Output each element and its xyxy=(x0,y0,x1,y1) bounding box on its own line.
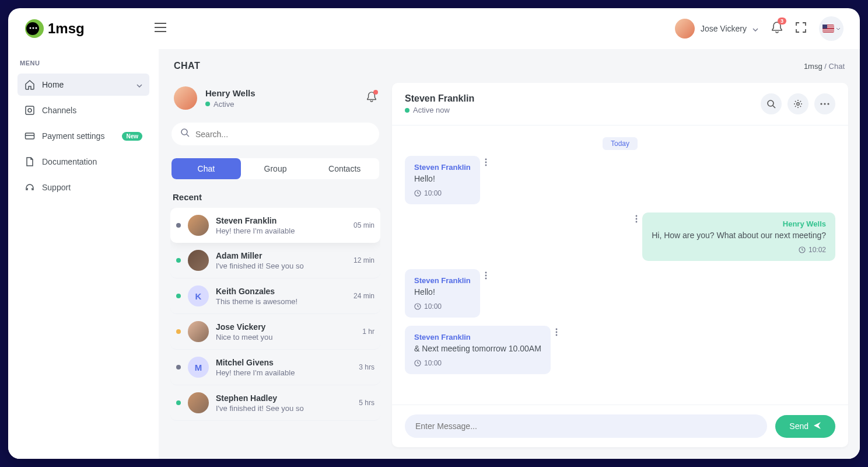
conversation-name: Stephen Hadley xyxy=(216,393,352,403)
svg-point-23 xyxy=(485,272,487,274)
svg-point-27 xyxy=(555,329,557,330)
chat-settings-button[interactable] xyxy=(788,93,808,114)
svg-point-12 xyxy=(824,103,825,104)
avatar xyxy=(188,321,209,342)
conversation-item[interactable]: Stephen HadleyI've finished it! See you … xyxy=(170,385,380,421)
message-menu-button[interactable] xyxy=(485,156,487,169)
cog-icon xyxy=(24,105,35,116)
conversation-time: 3 hrs xyxy=(359,363,374,371)
svg-point-18 xyxy=(636,215,638,217)
conversation-time: 5 hrs xyxy=(359,399,374,407)
conversation-item[interactable]: KKeith GonzalesThis theme is awesome!24 … xyxy=(170,278,380,314)
svg-point-15 xyxy=(485,159,487,161)
recent-label: Recent xyxy=(170,187,380,208)
headset-icon xyxy=(24,182,35,193)
status-dot-icon xyxy=(176,223,181,228)
conversation-preview: This theme is awesome! xyxy=(216,297,346,306)
chat-notifications-button[interactable] xyxy=(366,91,377,105)
status-dot-icon xyxy=(176,258,181,263)
conversation-item[interactable]: Jose VickeryNice to meet you1 hr xyxy=(170,314,380,350)
notifications-button[interactable]: 3 xyxy=(771,21,783,36)
message-text: Hello! xyxy=(414,174,471,183)
search-input[interactable] xyxy=(195,130,370,139)
conversation-item[interactable]: Adam MillerI've finished it! See you so1… xyxy=(170,243,380,278)
brand-logo[interactable]: 1msg xyxy=(24,19,85,39)
body: MENU HomeChannelsPayment settingsNewDocu… xyxy=(8,49,860,459)
sidebar-item-documentation[interactable]: Documentation xyxy=(18,151,149,173)
message-sender: Henry Wells xyxy=(652,219,826,228)
message-text: & Next meeting tomorrow 10.00AM xyxy=(414,344,541,353)
sidebar-item-payment-settings[interactable]: Payment settingsNew xyxy=(18,125,149,147)
current-user-status: Active xyxy=(205,100,256,109)
svg-point-9 xyxy=(768,100,774,106)
message-menu-button[interactable] xyxy=(555,326,558,339)
conversation-item[interactable]: MMitchel GivensHey! there I'm available3… xyxy=(170,350,380,385)
avatar xyxy=(188,392,209,413)
conversation-item[interactable]: Steven FranklinHey! there I'm available0… xyxy=(170,208,380,243)
svg-point-6 xyxy=(28,109,32,112)
chevron-down-icon xyxy=(752,23,758,34)
svg-point-11 xyxy=(820,103,822,104)
clock-icon xyxy=(414,303,421,310)
message-list[interactable]: Today Steven FranklinHello!10:00Henry We… xyxy=(392,126,848,405)
send-button[interactable]: Send xyxy=(775,415,835,438)
chat-actions xyxy=(761,93,835,114)
chat-panel: Steven Franklin Active now Today Steven … xyxy=(392,83,848,447)
svg-point-13 xyxy=(827,103,829,104)
svg-point-3 xyxy=(33,27,34,29)
search-box[interactable] xyxy=(172,123,379,145)
page-title: CHAT xyxy=(174,61,200,71)
conversation-preview: I've finished it! See you so xyxy=(216,262,346,270)
topbar-left: 1msg xyxy=(24,19,166,39)
topbar: 1msg Jose Vickery 3 xyxy=(8,8,860,49)
chevron-down-icon xyxy=(836,27,841,30)
clock-icon xyxy=(799,246,806,253)
logo-mark-icon xyxy=(24,19,44,39)
message-time: 10:00 xyxy=(414,359,541,367)
tab-group[interactable]: Group xyxy=(241,158,310,179)
breadcrumb-leaf: Chat xyxy=(829,62,845,71)
message-time: 10:02 xyxy=(652,246,826,254)
day-divider: Today xyxy=(405,131,835,156)
content: CHAT 1msg / Chat Henry Wells Active xyxy=(159,49,860,459)
sidebar-item-channels[interactable]: Channels xyxy=(18,99,149,121)
svg-point-25 xyxy=(485,278,487,280)
conversation-list[interactable]: Steven FranklinHey! there I'm available0… xyxy=(170,208,380,447)
doc-icon xyxy=(24,156,35,167)
tab-contacts[interactable]: Contacts xyxy=(310,158,379,179)
notification-badge: 3 xyxy=(778,18,786,25)
current-user-name: Henry Wells xyxy=(205,88,256,98)
chat-search-button[interactable] xyxy=(761,93,782,114)
svg-point-24 xyxy=(485,275,487,277)
chat-more-button[interactable] xyxy=(814,93,835,114)
conversation-name: Keith Gonzales xyxy=(216,287,346,296)
message-text: Hi, How are you? What about our next mee… xyxy=(652,231,826,240)
language-switcher[interactable] xyxy=(819,16,844,41)
conversation-time: 24 min xyxy=(354,292,374,300)
sidebar-item-support[interactable]: Support xyxy=(18,176,149,198)
message-input[interactable] xyxy=(405,414,767,438)
avatar: K xyxy=(188,285,209,306)
message-menu-button[interactable] xyxy=(485,269,487,282)
message-bubble: Steven Franklin& Next meeting tomorrow 1… xyxy=(405,326,551,374)
message-row: Steven FranklinHello!10:00 xyxy=(405,269,835,318)
menu-toggle-button[interactable] xyxy=(155,23,166,34)
panels: Henry Wells Active ChatGroupContacts R xyxy=(159,83,860,459)
conversation-time: 12 min xyxy=(354,256,374,264)
peer-status: Active now xyxy=(405,106,474,114)
home-icon xyxy=(24,79,35,90)
clock-icon xyxy=(414,190,421,197)
composer: Send xyxy=(392,405,848,447)
user-menu[interactable]: Jose Vickery xyxy=(675,19,758,39)
conversation-time: 05 min xyxy=(354,221,374,229)
tab-chat[interactable]: Chat xyxy=(172,158,241,179)
conversation-name: Mitchel Givens xyxy=(216,358,352,367)
peer-name: Steven Franklin xyxy=(405,93,474,104)
fullscreen-button[interactable] xyxy=(796,22,806,35)
sidebar-item-home[interactable]: Home xyxy=(18,74,149,96)
message-time: 10:00 xyxy=(414,302,471,311)
breadcrumb-root[interactable]: 1msg xyxy=(804,62,822,71)
message-menu-button[interactable] xyxy=(635,212,638,225)
brand-name: 1msg xyxy=(48,20,85,37)
app-window: 1msg Jose Vickery 3 xyxy=(8,8,860,459)
